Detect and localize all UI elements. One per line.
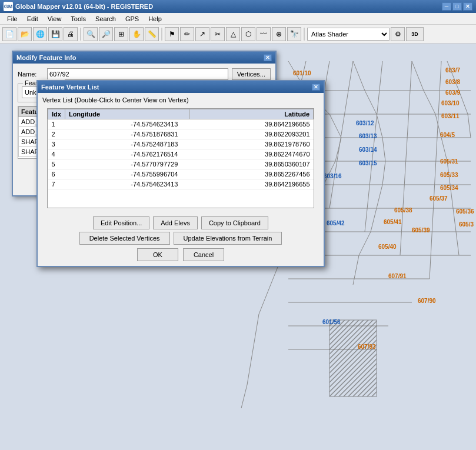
map-lbl-605-31: 605/31 bbox=[440, 158, 458, 165]
vertex-buttons-row2: Delete Selected Vertices Update Elevatio… bbox=[42, 232, 319, 245]
app-icon: GM bbox=[4, 2, 13, 11]
map-lbl-603-8: 603/8 bbox=[445, 79, 460, 85]
svg-line-15 bbox=[329, 61, 353, 208]
toolbar-draw[interactable]: △ bbox=[226, 27, 240, 41]
vertex-longitude: -74.5762176514 bbox=[65, 149, 189, 159]
svg-rect-19 bbox=[329, 320, 377, 396]
vertex-table-container[interactable]: Idx Longitude Latitude 1-74.575462341339… bbox=[47, 108, 314, 208]
minimize-btn[interactable]: ─ bbox=[442, 2, 451, 11]
vertex-table: Idx Longitude Latitude 1-74.575462341339… bbox=[48, 109, 314, 189]
modify-dialog-title: Modify Feature Info bbox=[16, 54, 76, 61]
update-elevations-btn[interactable]: Update Elevations from Terrain bbox=[174, 232, 282, 245]
toolbar-globe[interactable]: 🌐 bbox=[33, 27, 47, 41]
toolbar-zoom-out[interactable]: 🔎 bbox=[99, 27, 113, 41]
toolbar-point[interactable]: ⊕ bbox=[272, 27, 286, 41]
add-elevs-btn[interactable]: Add Elevs bbox=[153, 216, 198, 229]
toolbar-zoom-in[interactable]: 🔍 bbox=[84, 27, 98, 41]
map-lbl-605-42: 605/42 bbox=[327, 220, 345, 226]
name-label: Name: bbox=[18, 71, 47, 78]
menu-tools[interactable]: Tools bbox=[66, 14, 91, 24]
edit-position-btn[interactable]: Edit Position... bbox=[93, 216, 149, 229]
modify-dialog-close[interactable]: ✕ bbox=[264, 54, 272, 61]
vertex-longitude: -74.5754623413 bbox=[65, 119, 189, 129]
toolbar-edit[interactable]: ✏ bbox=[180, 27, 194, 41]
vertex-row[interactable]: 1-74.575462341339.8642196655 bbox=[48, 119, 314, 129]
vertex-longitude: -74.5755996704 bbox=[65, 169, 189, 179]
close-btn[interactable]: ✕ bbox=[463, 2, 472, 11]
vertex-row[interactable]: 2-74.575187683139.8622093201 bbox=[48, 129, 314, 139]
vertex-row[interactable]: 4-74.576217651439.8622474670 bbox=[48, 149, 314, 159]
vertex-col-latitude: Latitude bbox=[189, 109, 313, 119]
vertex-longitude: -74.5751876831 bbox=[65, 129, 189, 139]
toolbar-flag[interactable]: ⚑ bbox=[165, 27, 179, 41]
map-lbl-607-91: 607/91 bbox=[388, 273, 407, 279]
map-lbl-605-36: 605/36 bbox=[456, 208, 474, 215]
map-lbl-605-37: 605/37 bbox=[430, 195, 448, 202]
sep1 bbox=[80, 28, 81, 41]
vertex-row[interactable]: 5-74.577079772939.8650360107 bbox=[48, 159, 314, 169]
toolbar-binoculars[interactable]: 🔭 bbox=[287, 27, 301, 41]
vertex-idx: 7 bbox=[48, 179, 65, 189]
sep2 bbox=[161, 28, 162, 41]
vertex-idx: 6 bbox=[48, 169, 65, 179]
vertex-cancel-btn[interactable]: Cancel bbox=[183, 248, 224, 261]
toolbar-save[interactable]: 💾 bbox=[48, 27, 62, 41]
vertex-instruction: Vertex List (Double-Click to Center View… bbox=[42, 96, 319, 104]
shader-select[interactable]: Atlas Shader bbox=[307, 28, 390, 41]
map-lbl-605-40: 605/40 bbox=[378, 244, 397, 250]
vertex-dialog-close[interactable]: ✕ bbox=[312, 84, 320, 91]
vertex-dialog-buttons: OK Cancel bbox=[38, 248, 324, 266]
map-lbl-603-11: 603/11 bbox=[441, 113, 460, 119]
copy-clipboard-btn[interactable]: Copy to Clipboard bbox=[201, 216, 268, 229]
menu-help[interactable]: Help bbox=[144, 14, 167, 24]
menu-view[interactable]: View bbox=[43, 14, 66, 24]
vertex-dialog-title: Feature Vertex List bbox=[41, 84, 99, 91]
map-lbl-604-5: 604/5 bbox=[440, 132, 455, 138]
vertex-longitude: -74.5754623413 bbox=[65, 179, 189, 189]
toolbar-3d[interactable]: 3D bbox=[406, 27, 424, 41]
toolbar: 📄 📂 🌐 💾 🖨 🔍 🔎 ⊞ ✋ 📏 ⚑ ✏ ↗ ✂ △ ⬡ 〰 ⊕ 🔭 At… bbox=[0, 25, 476, 44]
svg-line-18 bbox=[430, 61, 441, 279]
toolbar-path[interactable]: 〰 bbox=[257, 27, 271, 41]
delete-vertices-btn[interactable]: Delete Selected Vertices bbox=[79, 232, 170, 245]
modify-dialog-controls: ✕ bbox=[264, 54, 272, 61]
vertex-row[interactable]: 6-74.575599670439.8652267456 bbox=[48, 169, 314, 179]
maximize-btn[interactable]: □ bbox=[452, 2, 462, 11]
map-lbl-605-41: 605/41 bbox=[384, 219, 402, 225]
map-lbl-605-38: 605/38 bbox=[394, 207, 412, 214]
menu-search[interactable]: Search bbox=[91, 14, 121, 24]
vertices-btn[interactable]: Vertices... bbox=[232, 68, 271, 80]
menu-gps[interactable]: GPS bbox=[121, 14, 144, 24]
vertex-row[interactable]: 7-74.575462341339.8642196655 bbox=[48, 179, 314, 189]
vertex-latitude: 39.8650360107 bbox=[189, 159, 313, 169]
toolbar-delete[interactable]: ✂ bbox=[211, 27, 225, 41]
sep3 bbox=[304, 28, 305, 41]
svg-line-17 bbox=[400, 61, 412, 255]
map-lbl-605-3: 605/3 bbox=[459, 221, 474, 228]
vertex-dialog-titlebar[interactable]: Feature Vertex List ✕ bbox=[38, 81, 324, 93]
toolbar-open[interactable]: 📂 bbox=[18, 27, 32, 41]
toolbar-shader-settings[interactable]: ⚙ bbox=[391, 27, 405, 41]
vertex-ok-btn[interactable]: OK bbox=[137, 248, 178, 261]
map-lbl-601-56: 601/56 bbox=[322, 319, 341, 325]
toolbar-pan[interactable]: ✋ bbox=[129, 27, 144, 41]
toolbar-new[interactable]: 📄 bbox=[2, 27, 16, 41]
toolbar-select[interactable]: ↗ bbox=[195, 27, 209, 41]
map-lbl-603-16: 603/16 bbox=[324, 173, 342, 179]
name-input[interactable] bbox=[47, 68, 228, 80]
modify-dialog-titlebar[interactable]: Modify Feature Info ✕ bbox=[13, 52, 275, 64]
toolbar-measure[interactable]: 📏 bbox=[145, 27, 159, 41]
vertex-latitude: 39.8642196655 bbox=[189, 179, 313, 189]
menu-edit[interactable]: Edit bbox=[22, 14, 43, 24]
vertex-row[interactable]: 3-74.575248718339.8621978760 bbox=[48, 139, 314, 149]
vertex-latitude: 39.8622474670 bbox=[189, 149, 313, 159]
app-title: Global Mapper v12.01 (64-bit) - REGISTER… bbox=[15, 3, 153, 10]
menu-file[interactable]: File bbox=[2, 14, 22, 24]
toolbar-print[interactable]: 🖨 bbox=[64, 27, 78, 41]
toolbar-polygon[interactable]: ⬡ bbox=[241, 27, 255, 41]
map-area[interactable]: 601/10 603/7 603/8 603/9 603/10 603/11 6… bbox=[0, 44, 476, 450]
menu-bar: File Edit View Tools Search GPS Help bbox=[0, 13, 476, 25]
vertex-list-dialog: Feature Vertex List ✕ Vertex List (Doubl… bbox=[36, 80, 325, 267]
toolbar-zoom-window[interactable]: ⊞ bbox=[114, 27, 128, 41]
vertex-idx: 5 bbox=[48, 159, 65, 169]
